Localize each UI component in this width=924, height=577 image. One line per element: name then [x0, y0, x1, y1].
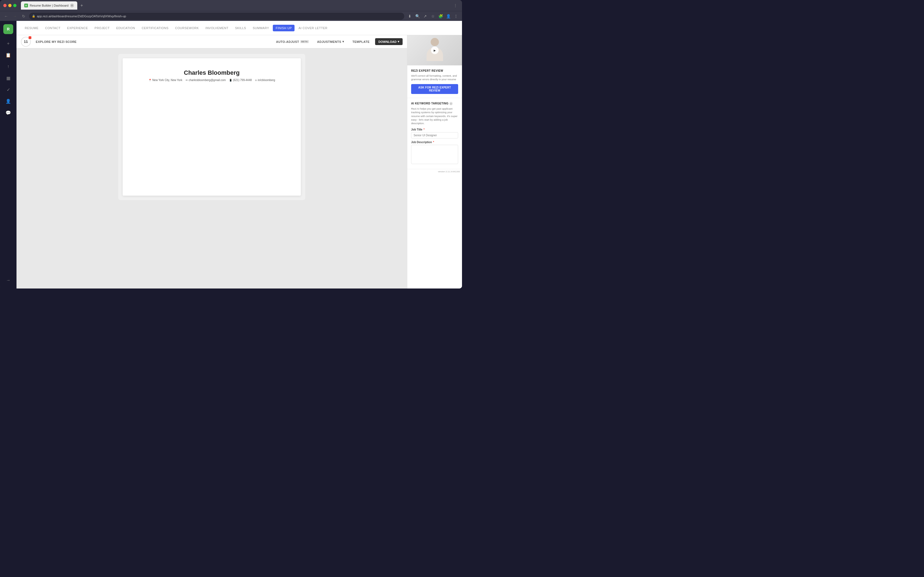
play-video-button[interactable]: ▶ — [431, 47, 439, 54]
new-tab-button[interactable]: + — [78, 2, 85, 9]
expert-review-desc: We'll correct all formatting, content, a… — [411, 74, 458, 81]
adjustments-chevron-icon: ▾ — [342, 40, 344, 44]
nav-item-resume[interactable]: RESUME — [22, 25, 41, 31]
nav-item-skills[interactable]: SKILLS — [233, 25, 249, 31]
sidebar-item-documents[interactable]: 📋 — [3, 50, 13, 60]
nav-item-education[interactable]: EDUCATION — [113, 25, 138, 31]
nav-item-coursework[interactable]: COURSEWORK — [173, 25, 202, 31]
tab-favicon: R — [24, 3, 28, 7]
logo-letter: R — [7, 27, 10, 31]
resume-area: 11 EXPLORE MY REZI SCORE AUTO-ADJUST BET… — [16, 35, 407, 288]
resume-candidate-name: Charles Bloomberg — [134, 69, 290, 76]
resume-linkedin: in in/cbloomberg — [255, 79, 275, 82]
bookmark-icon[interactable]: ☆ — [430, 13, 436, 19]
template-button[interactable]: TEMPLATE — [350, 39, 372, 45]
browser-tab-active[interactable]: R Resume Builder | Dashboard ✕ — [21, 2, 77, 10]
download-chevron-icon: ▾ — [397, 40, 399, 44]
sidebar-item-chat[interactable]: 💬 — [3, 108, 13, 118]
close-window-button[interactable] — [3, 4, 6, 7]
auto-adjust-beta-badge: BETA — [300, 40, 309, 43]
auto-adjust-label: AUTO-ADJUST — [276, 40, 299, 44]
phone-icon: 📱 — [229, 79, 232, 82]
linkedin-icon: in — [255, 79, 257, 82]
job-title-input[interactable] — [411, 132, 458, 139]
right-panel: ▶ REZI EXPERT REVIEW We'll correct all f… — [407, 35, 462, 288]
nav-item-involvement[interactable]: INVOLVEMENT — [203, 25, 231, 31]
nav-item-contact[interactable]: CONTACT — [42, 25, 63, 31]
nav-item-ai-cover-letter[interactable]: AI COVER LETTER — [296, 25, 330, 31]
window-menu-button[interactable]: ⋮ — [452, 2, 459, 9]
resume-preview-area: Charles Bloomberg 📍 New York City, New Y… — [16, 48, 407, 288]
share-icon[interactable]: ↗ — [422, 13, 428, 19]
job-description-required-star: * — [433, 141, 434, 144]
profile-icon[interactable]: 👤 — [445, 13, 452, 19]
resume-email: ✉ charlesbloomberg@gmail.com — [186, 79, 226, 82]
fullscreen-window-button[interactable] — [13, 4, 16, 7]
location-icon: 📍 — [149, 79, 152, 82]
score-flag-icon — [29, 36, 31, 39]
phone-text: (621) 799-4448 — [233, 79, 252, 82]
sidebar-item-add-resume[interactable]: ＋ — [3, 39, 13, 48]
sidebar: R ＋ 📋 ↑ ▦ ✓ 👤 💬 → — [0, 21, 16, 288]
browser-toolbar: ← → ↻ 🔒 app.rezi.ai/dashboard/resume/ZId… — [0, 11, 462, 21]
extensions-icon[interactable]: 🧩 — [437, 13, 444, 19]
nav-item-project[interactable]: PROJECT — [92, 25, 113, 31]
top-nav: RESUME CONTACT EXPERIENCE PROJECT EDUCAT… — [16, 21, 462, 35]
ask-expert-review-button[interactable]: ASK FOR REZI EXPERT REVIEW — [411, 84, 458, 94]
reload-button[interactable]: ↻ — [20, 13, 27, 19]
score-value: 11 — [24, 40, 28, 44]
job-title-label: Job Title * — [411, 128, 458, 131]
security-icon: 🔒 — [32, 15, 35, 18]
keyword-targeting-desc: Rezi AI helps you get past applicant tra… — [411, 107, 458, 125]
more-options-icon[interactable]: ⋮ — [453, 13, 459, 19]
tab-title: Resume Builder | Dashboard — [30, 4, 68, 7]
info-icon: i — [449, 102, 453, 105]
search-icon[interactable]: 🔍 — [414, 13, 421, 19]
explore-rezi-score-button[interactable]: EXPLORE MY REZI SCORE — [34, 39, 79, 45]
url-text: app.rezi.ai/dashboard/resume/ZIdDGozpOAT… — [37, 15, 126, 18]
download-button[interactable]: DOWNLOAD ▾ — [375, 38, 402, 45]
job-description-input[interactable] — [411, 145, 458, 164]
tab-close-button[interactable]: ✕ — [70, 3, 74, 7]
expert-review-section: REZI EXPERT REVIEW We'll correct all for… — [407, 65, 462, 98]
app-content: RESUME CONTACT EXPERIENCE PROJECT EDUCAT… — [16, 21, 462, 288]
sidebar-item-check[interactable]: ✓ — [3, 85, 13, 95]
nav-item-certifications[interactable]: CERTIFICATIONS — [139, 25, 171, 31]
expert-video-thumbnail[interactable]: ▶ — [407, 35, 462, 65]
location-text: New York City, New York — [152, 79, 183, 82]
job-description-label: Job Description * — [411, 141, 458, 144]
version-text: version 2.11.3-041193 — [407, 169, 462, 174]
adjustments-label: ADJUSTMENTS — [317, 40, 341, 44]
app-logo[interactable]: R — [3, 24, 13, 34]
adjustments-button[interactable]: ADJUSTMENTS ▾ — [314, 38, 347, 45]
main-area: 11 EXPLORE MY REZI SCORE AUTO-ADJUST BET… — [16, 35, 462, 288]
nav-item-summary[interactable]: SUMMARY — [250, 25, 272, 31]
browser-toolbar-icons: ⬇ 🔍 ↗ ☆ 🧩 👤 ⋮ — [407, 13, 459, 19]
address-bar[interactable]: 🔒 app.rezi.ai/dashboard/resume/ZIdDGozpO… — [29, 13, 404, 20]
resume-outer-container: Charles Bloomberg 📍 New York City, New Y… — [118, 54, 305, 200]
traffic-lights — [3, 4, 16, 7]
sidebar-item-upload[interactable]: ↑ — [3, 61, 13, 71]
email-icon: ✉ — [186, 79, 188, 82]
keyword-targeting-title: AI KEYWORD TARGETING i — [411, 102, 458, 105]
tab-bar: R Resume Builder | Dashboard ✕ + — [21, 2, 450, 10]
nav-item-experience[interactable]: EXPERIENCE — [65, 25, 91, 31]
browser-window: R Resume Builder | Dashboard ✕ + ⋮ ← → ↻… — [0, 0, 462, 288]
auto-adjust-button[interactable]: AUTO-ADJUST BETA — [273, 39, 312, 45]
resume-page: Charles Bloomberg 📍 New York City, New Y… — [123, 58, 301, 196]
resume-contact-row: 📍 New York City, New York ✉ charlesbloom… — [134, 79, 290, 82]
minimize-window-button[interactable] — [8, 4, 11, 7]
email-text: charlesbloomberg@gmail.com — [189, 79, 226, 82]
download-page-icon[interactable]: ⬇ — [407, 13, 413, 19]
sidebar-item-person[interactable]: 👤 — [3, 96, 13, 106]
nav-item-finish-up[interactable]: FINISH UP — [273, 25, 294, 31]
rezi-score-badge[interactable]: 11 — [21, 37, 31, 47]
sidebar-item-grid[interactable]: ▦ — [3, 73, 13, 83]
download-label: DOWNLOAD — [378, 40, 397, 44]
person-head — [431, 38, 439, 46]
sidebar-item-logout[interactable]: → — [3, 275, 13, 285]
forward-button[interactable]: → — [11, 13, 18, 19]
back-button[interactable]: ← — [3, 13, 9, 19]
browser-content: R ＋ 📋 ↑ ▦ ✓ 👤 💬 → RESUME CONTACT EXPERIE… — [0, 21, 462, 288]
resume-toolbar: 11 EXPLORE MY REZI SCORE AUTO-ADJUST BET… — [16, 35, 407, 48]
